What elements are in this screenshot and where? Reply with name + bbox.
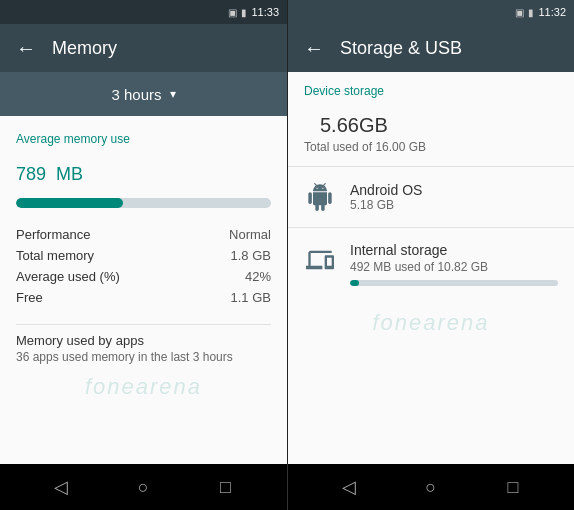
android-os-name: Android OS: [350, 182, 558, 198]
table-row: Free 1.1 GB: [16, 287, 271, 308]
internal-storage-name: Internal storage: [350, 242, 558, 258]
stat-value: 1.1 GB: [198, 287, 271, 308]
android-os-size: 5.18 GB: [350, 198, 558, 212]
stat-label: Average used (%): [16, 266, 198, 287]
apps-section-subtitle: 36 apps used memory in the last 3 hours: [16, 350, 271, 364]
time-left: 11:33: [251, 6, 279, 18]
back-nav-button-right[interactable]: ◁: [331, 469, 367, 505]
status-bar-right: ▣ ▮ 11:32: [288, 0, 574, 24]
watermark-right: fonearena: [288, 300, 574, 340]
back-button-right[interactable]: ←: [304, 37, 324, 60]
device-storage-label: Device storage: [288, 72, 574, 102]
stat-value: 1.8 GB: [198, 245, 271, 266]
battery-icon: ▮: [241, 7, 247, 18]
storage-title: Storage & USB: [340, 38, 462, 59]
storage-total-label: Total used of 16.00 GB: [288, 138, 574, 166]
internal-storage-info: Internal storage 492 MB used of 10.82 GB: [350, 242, 558, 286]
nav-right: ◁ ○ □: [288, 464, 575, 510]
storage-unit: GB: [359, 114, 388, 136]
table-row: Average used (%) 42%: [16, 266, 271, 287]
dropdown-arrow-icon: ▾: [170, 87, 176, 101]
time-right: 11:32: [538, 6, 566, 18]
watermark-text-left: fonearena: [85, 374, 202, 400]
nav-left: ◁ ○ □: [0, 464, 287, 510]
time-selector[interactable]: 3 hours ▾: [0, 72, 287, 116]
internal-progress-bar: [350, 280, 558, 286]
stat-label: Performance: [16, 224, 198, 245]
recents-nav-button-left[interactable]: □: [207, 469, 243, 505]
signal-icon: ▣: [228, 7, 237, 18]
storage-size-value: 5.66GB: [304, 102, 404, 138]
memory-stats-table: Performance Normal Total memory 1.8 GB A…: [16, 224, 271, 308]
stat-label: Total memory: [16, 245, 198, 266]
status-bar-left: ▣ ▮ 11:33: [0, 0, 287, 24]
bottom-navigation: ◁ ○ □ ◁ ○ □: [0, 464, 574, 510]
storage-screen: ▣ ▮ 11:32 ← Storage & USB Device storage…: [287, 0, 574, 464]
signal-icon-right: ▣: [515, 7, 524, 18]
stat-value: 42%: [198, 266, 271, 287]
internal-progress-fill: [350, 280, 359, 286]
home-nav-button-right[interactable]: ○: [413, 469, 449, 505]
android-icon: [304, 181, 336, 213]
internal-storage-usage: 492 MB used of 10.82 GB: [350, 260, 558, 274]
stat-label: Free: [16, 287, 198, 308]
memory-content: Average memory use 789 MB Performance No…: [0, 116, 287, 464]
memory-toolbar: ← Memory: [0, 24, 287, 72]
battery-icon-right: ▮: [528, 7, 534, 18]
storage-toolbar: ← Storage & USB: [288, 24, 574, 72]
android-os-info: Android OS 5.18 GB: [350, 182, 558, 212]
internal-storage-icon: [304, 244, 336, 276]
memory-progress-fill: [16, 198, 123, 208]
memory-title: Memory: [52, 38, 117, 59]
time-label: 3 hours: [111, 86, 161, 103]
home-nav-button-left[interactable]: ○: [125, 469, 161, 505]
watermark-text-right: fonearena: [372, 310, 489, 336]
storage-content: Device storage 5.66GB Total used of 16.0…: [288, 72, 574, 464]
avg-memory-label: Average memory use: [16, 132, 271, 146]
memory-progress-bar: [16, 198, 271, 208]
back-nav-button-left[interactable]: ◁: [43, 469, 79, 505]
memory-value: 789 MB: [16, 150, 271, 186]
stat-value: Normal: [198, 224, 271, 245]
apps-section-title: Memory used by apps: [16, 333, 271, 348]
internal-storage-item[interactable]: Internal storage 492 MB used of 10.82 GB: [288, 228, 574, 300]
table-row: Performance Normal: [16, 224, 271, 245]
back-button-left[interactable]: ←: [16, 37, 36, 60]
memory-screen: ▣ ▮ 11:33 ← Memory 3 hours ▾ Average mem…: [0, 0, 287, 464]
watermark-left: fonearena: [16, 364, 271, 404]
storage-number: 5.66: [320, 114, 359, 136]
memory-unit: MB: [56, 164, 83, 184]
memory-number: 789: [16, 164, 46, 184]
divider: [16, 324, 271, 325]
android-os-item[interactable]: Android OS 5.18 GB: [288, 167, 574, 228]
recents-nav-button-right[interactable]: □: [495, 469, 531, 505]
table-row: Total memory 1.8 GB: [16, 245, 271, 266]
